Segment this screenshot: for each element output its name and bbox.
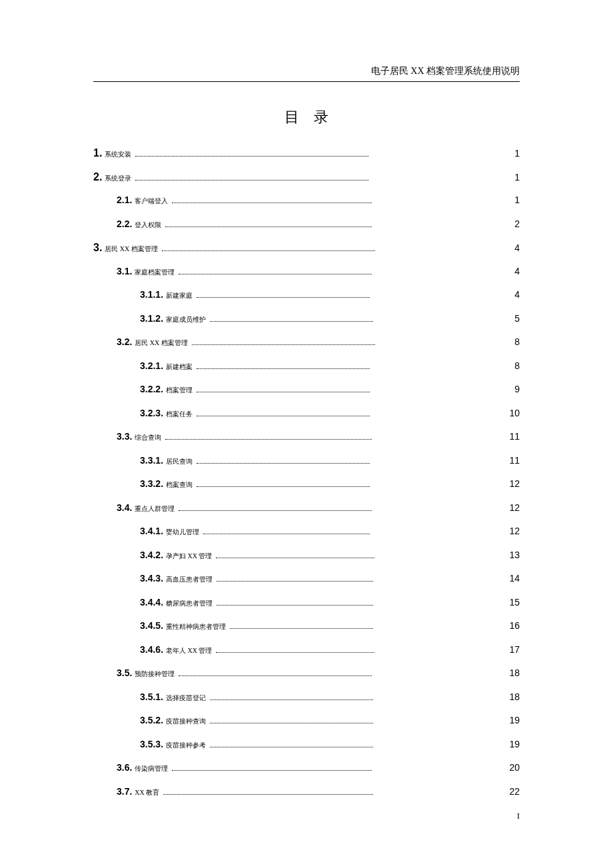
toc-leader (197, 384, 370, 392)
toc-label: 传染病管理 (135, 764, 168, 773)
toc-number: 3.5.3. (140, 739, 163, 749)
toc-number: 3.5.2. (140, 715, 163, 725)
toc-label: 系统安装 (105, 150, 131, 159)
toc-number: 1. (93, 147, 102, 159)
toc-row: 3.4.2.孕产妇 XX 管理13 (93, 550, 520, 574)
toc-label: 家庭档案管理 (135, 268, 175, 277)
toc-page-number: 22 (506, 786, 520, 797)
toc-label: 系统登录 (105, 174, 131, 183)
toc-page-number: 13 (506, 550, 520, 560)
toc-leader (172, 762, 372, 771)
toc-row: 2.2.登入权限2 (93, 218, 520, 242)
toc-row: 3.5.3.疫苗接种参考19 (93, 739, 520, 763)
toc-row: 3.3.综合查询11 (93, 431, 520, 455)
toc-label: 档案任务 (166, 410, 193, 419)
toc-row: 1.系统安装1 (93, 147, 520, 171)
toc-number: 3.4.6. (140, 644, 163, 655)
running-head: 电子居民 XX 档案管理系统使用说明 (93, 65, 520, 82)
toc-leader (172, 195, 372, 203)
toc-label: 选择疫苗登记 (166, 693, 206, 703)
toc-page-number: 9 (506, 384, 520, 394)
toc-number: 3.7. (117, 786, 132, 797)
toc-row: 3.4.1.婴幼儿管理12 (93, 526, 520, 550)
toc-number: 3.6. (117, 762, 132, 773)
toc-label: 综合查询 (135, 433, 161, 442)
toc-page-number: 14 (506, 573, 520, 584)
toc-label: 客户端登入 (135, 197, 168, 206)
toc-page-number: 1 (506, 148, 520, 159)
toc-label: 家庭成员维护 (166, 315, 206, 324)
toc-leader (135, 148, 368, 157)
toc-number: 3.5.1. (140, 691, 163, 702)
toc-label: 登入权限 (135, 220, 161, 230)
toc-row: 3.4.重点人群管理12 (93, 502, 520, 526)
toc-number: 3.3.1. (140, 455, 163, 466)
footer-page-number: I (517, 811, 520, 821)
toc-number: 3.2.1. (140, 360, 163, 371)
toc-number: 3.1. (117, 266, 132, 276)
toc-leader (179, 502, 372, 511)
toc-label: 疫苗接种参考 (166, 741, 206, 750)
toc-number: 3.4.2. (140, 550, 163, 560)
toc-page-number: 11 (506, 431, 520, 442)
toc-leader (217, 597, 373, 606)
toc-leader (162, 242, 375, 251)
toc-number: 3.2.3. (140, 408, 163, 418)
toc-number: 3.1.2. (140, 313, 163, 324)
toc-label: 重点人群管理 (135, 504, 175, 514)
toc-number: 3.4.3. (140, 573, 163, 584)
toc-leader (179, 667, 372, 676)
toc-number: 3.3. (117, 431, 132, 442)
toc-page-number: 12 (506, 502, 520, 513)
toc-leader (197, 289, 370, 298)
toc-label: 婴幼儿管理 (166, 528, 199, 537)
toc-number: 2.1. (117, 195, 132, 205)
toc-page-number: 1 (506, 195, 520, 205)
toc-page-number: 2 (506, 218, 520, 229)
toc-label: 重性精神病患者管理 (166, 622, 226, 632)
toc-label: 居民查询 (166, 457, 193, 466)
toc-label: 档案查询 (166, 480, 193, 490)
toc-row: 3.2.1.新建档案8 (93, 360, 520, 384)
toc-leader (179, 266, 372, 274)
toc-label: 糖尿病患者管理 (166, 599, 213, 608)
toc-leader (217, 573, 373, 582)
toc-leader (163, 786, 373, 795)
toc-list: 1.系统安装12.系统登录12.1.客户端登入12.2.登入权限23.居民 XX… (0, 147, 613, 809)
toc-page-number: 15 (506, 597, 520, 608)
toc-title: 目录 (93, 107, 520, 127)
toc-page-number: 1 (506, 172, 520, 183)
toc-row: 3.1.1.新建家庭4 (93, 289, 520, 313)
toc-page-number: 19 (506, 739, 520, 749)
toc-label: 档案管理 (166, 386, 193, 395)
toc-row: 3.6.传染病管理20 (93, 762, 520, 786)
toc-number: 3.2. (117, 336, 132, 347)
toc-leader (210, 739, 373, 747)
toc-label: 居民 XX 档案管理 (135, 338, 187, 348)
toc-leader (135, 172, 368, 181)
toc-page-number: 5 (506, 313, 520, 324)
toc-row: 3.5.2.疫苗接种查询19 (93, 715, 520, 739)
toc-leader (197, 478, 370, 487)
toc-page-number: 8 (506, 360, 520, 371)
toc-label: 预防接种管理 (135, 669, 175, 679)
toc-number: 2.2. (117, 218, 132, 229)
toc-row: 3.4.5.重性精神病患者管理16 (93, 620, 520, 644)
toc-label: 高血压患者管理 (166, 575, 213, 584)
toc-leader (197, 360, 370, 369)
toc-leader (216, 644, 374, 653)
toc-number: 3.2.2. (140, 384, 163, 394)
toc-page-number: 12 (506, 526, 520, 536)
toc-leader (210, 691, 373, 700)
toc-label: 疫苗接种查询 (166, 717, 206, 726)
toc-number: 3.4. (117, 502, 132, 513)
toc-label: 新建档案 (166, 362, 193, 372)
toc-row: 3.5.预防接种管理18 (93, 667, 520, 691)
toc-page-number: 18 (506, 691, 520, 702)
toc-leader (230, 620, 373, 629)
toc-number: 3.4.4. (140, 597, 163, 608)
toc-leader (210, 313, 373, 322)
toc-page-number: 4 (506, 242, 520, 253)
toc-row: 3.3.2.档案查询12 (93, 478, 520, 502)
toc-number: 3.4.1. (140, 526, 163, 536)
